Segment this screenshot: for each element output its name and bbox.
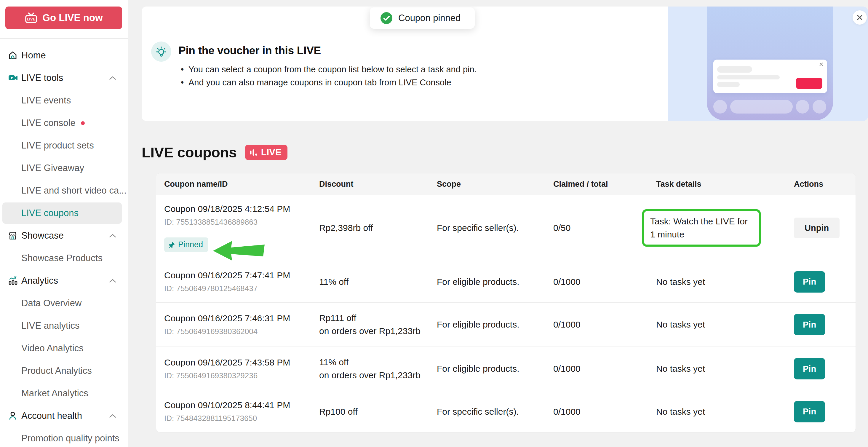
banner-bullets: You can select a coupon from the coupon … <box>178 63 477 89</box>
discount-line: Rp100 off <box>319 405 431 418</box>
discount-cell: Rp100 off <box>319 405 437 418</box>
task-details-cell: No tasks yet <box>656 275 794 289</box>
unpin-button[interactable]: Unpin <box>794 217 840 238</box>
banner-title: Pin the voucher in this LIVE <box>178 44 477 57</box>
sidebar-item-label: LIVE product sets <box>21 140 94 151</box>
pill-illustration <box>713 100 727 114</box>
column-header-coupon-name-id: Coupon name/ID <box>164 180 319 189</box>
sidebar-item-live-giveaway[interactable]: LIVE Giveaway <box>0 157 128 179</box>
claimed-total-cell: 0/1000 <box>553 405 656 418</box>
sidebar-item-analytics[interactable]: Analytics <box>0 269 128 292</box>
pill-illustration <box>813 100 826 114</box>
table-row: Coupon 09/16/2025 7:46:31 PMID: 75506491… <box>156 302 856 347</box>
toast-coupon-pinned: Coupon pinned <box>370 7 475 29</box>
live-tv-icon: LIVE <box>25 12 38 23</box>
task-text: No tasks yet <box>656 275 788 289</box>
sidebar-item-label: LIVE analytics <box>21 321 80 331</box>
discount-line: 11% off <box>319 356 431 369</box>
sidebar-nav: HomeLIVE toolsLIVE eventsLIVE consoleLIV… <box>0 39 128 447</box>
lightbulb-icon <box>151 41 171 62</box>
pin-button[interactable]: Pin <box>794 401 825 422</box>
claim-button-illustration <box>796 78 823 89</box>
claimed-total-cell: 0/1000 <box>553 362 656 375</box>
sidebar-item-live-events[interactable]: LIVE events <box>0 89 128 112</box>
sidebar-item-live-and-short-video-ca[interactable]: LIVE and short video ca... <box>0 179 128 202</box>
banner-bullet-2: And you can also manage coupons in coupo… <box>178 76 477 89</box>
coupon-id: ID: 7551338851436889863 <box>164 217 319 227</box>
scope-cell: For eligible products. <box>437 275 553 289</box>
pin-button[interactable]: Pin <box>794 358 825 380</box>
table-row: Coupon 09/16/2025 7:47:41 PMID: 75506497… <box>156 261 856 302</box>
notification-dot <box>81 121 85 125</box>
task-text: No tasks yet <box>656 362 788 375</box>
banner-close-button[interactable] <box>852 10 867 25</box>
mini-close-icon <box>819 62 824 68</box>
column-header-discount: Discount <box>319 180 437 189</box>
page-title: LIVE coupons <box>142 144 237 161</box>
showcase-icon <box>8 231 21 241</box>
discount-cell: 11% off <box>319 275 437 289</box>
toast-message: Coupon pinned <box>398 13 461 23</box>
coupon-id: ID: 7548432881195173650 <box>164 414 319 423</box>
column-header-actions: Actions <box>794 180 856 189</box>
sidebar-item-account-health[interactable]: Account health <box>0 405 128 427</box>
sidebar: LIVE Go LIVE now HomeLIVE toolsLIVE even… <box>0 0 128 447</box>
sidebar-item-live-analytics[interactable]: LIVE analytics <box>0 315 128 337</box>
sidebar-item-label: LIVE coupons <box>21 208 79 218</box>
sidebar-item-promotion-quality-points[interactable]: Promotion quality points <box>0 427 128 447</box>
main-content: Pin the voucher in this LIVE You can sel… <box>128 0 868 447</box>
sidebar-item-home[interactable]: Home <box>0 44 128 67</box>
banner-bullet-1: You can select a coupon from the coupon … <box>178 63 477 76</box>
chevron-up-icon <box>109 233 117 238</box>
sidebar-item-market-analytics[interactable]: Market Analytics <box>0 382 128 405</box>
scope-cell: For specific seller(s). <box>437 405 553 418</box>
sidebar-item-label: LIVE and short video ca... <box>21 185 127 196</box>
sidebar-item-live-product-sets[interactable]: LIVE product sets <box>0 134 128 157</box>
discount-line: 11% off <box>319 275 431 289</box>
sidebar-item-data-overview[interactable]: Data Overview <box>0 292 128 315</box>
pinned-badge: Pinned <box>164 237 208 252</box>
go-live-button[interactable]: LIVE Go LIVE now <box>5 6 122 29</box>
sidebar-item-label: Product Analytics <box>21 365 92 376</box>
task-text: No tasks yet <box>656 318 788 331</box>
coupon-name: Coupon 09/16/2025 7:47:41 PM <box>164 270 319 280</box>
banner-illustration <box>668 6 868 121</box>
chevron-up-icon <box>109 414 117 418</box>
scope-cell: For specific seller(s). <box>437 221 553 235</box>
sidebar-item-label: Showcase Products <box>21 253 102 264</box>
table-body: Coupon 09/18/2025 4:12:54 PMID: 75513388… <box>156 195 856 432</box>
sidebar-item-product-analytics[interactable]: Product Analytics <box>0 360 128 382</box>
pinned-badge-label: Pinned <box>178 240 203 249</box>
column-header-claimed-total: Claimed / total <box>553 180 656 189</box>
sidebar-item-live-console[interactable]: LIVE console <box>0 112 128 134</box>
sidebar-item-video-analytics[interactable]: Video Analytics <box>0 337 128 360</box>
chevron-up-icon <box>109 76 117 80</box>
sidebar-item-live-coupons[interactable]: LIVE coupons <box>0 202 128 225</box>
claimed-total-cell: 0/1000 <box>553 318 656 331</box>
actions-cell: Pin <box>794 271 856 293</box>
analytics-icon <box>8 275 21 286</box>
sidebar-item-showcase-products[interactable]: Showcase Products <box>0 247 128 269</box>
coupon-name: Coupon 09/16/2025 7:43:58 PM <box>164 357 319 367</box>
actions-cell: Pin <box>794 314 856 335</box>
sidebar-item-label: LIVE events <box>21 95 71 106</box>
pill-illustration <box>730 100 793 114</box>
task-details-cell: No tasks yet <box>656 318 794 331</box>
task-highlight-box: Task: Watch the LIVE for 1 minute <box>642 209 761 247</box>
sidebar-item-showcase[interactable]: Showcase <box>0 225 128 247</box>
live-bars-icon <box>249 148 258 156</box>
discount-line: on orders over Rp1,233rb <box>319 369 431 382</box>
table-header-row: Coupon name/IDDiscountScopeClaimed / tot… <box>156 173 856 195</box>
table-row: Coupon 09/16/2025 7:43:58 PMID: 75506491… <box>156 347 856 391</box>
sidebar-item-live-tools[interactable]: LIVE tools <box>0 67 128 89</box>
table-row: Coupon 09/10/2025 8:44:41 PMID: 75484328… <box>156 391 856 432</box>
task-details-cell: Task: Watch the LIVE for 1 minute <box>656 209 794 247</box>
coupon-name-cell: Coupon 09/16/2025 7:47:41 PMID: 75506497… <box>164 270 319 293</box>
sidebar-item-label: Video Analytics <box>21 343 84 354</box>
placeholder-bar <box>717 75 780 80</box>
scope-cell: For eligible products. <box>437 362 553 375</box>
coupon-name-cell: Coupon 09/16/2025 7:46:31 PMID: 75506491… <box>164 313 319 336</box>
claimed-total-cell: 0/1000 <box>553 275 656 289</box>
pin-button[interactable]: Pin <box>794 314 825 335</box>
pin-button[interactable]: Pin <box>794 271 825 293</box>
